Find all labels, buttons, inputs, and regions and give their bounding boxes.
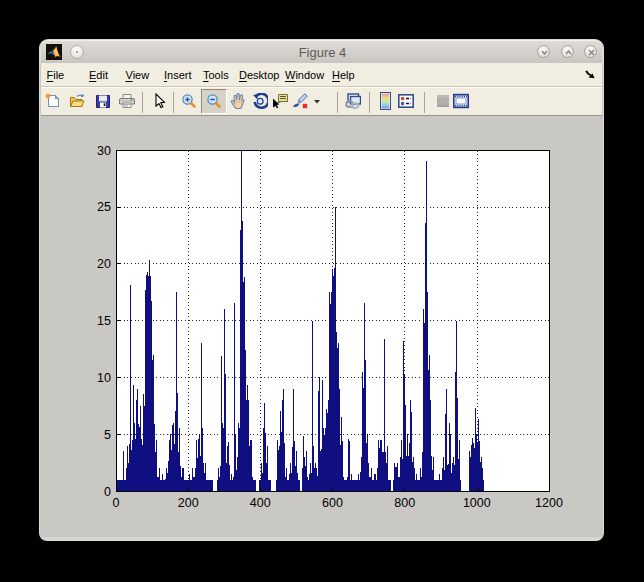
svg-text:600: 600 [322, 496, 343, 510]
svg-text:5: 5 [104, 428, 111, 442]
svg-text:1200: 1200 [535, 496, 563, 510]
svg-text:30: 30 [97, 144, 111, 158]
svg-text:15: 15 [97, 314, 111, 328]
svg-text:25: 25 [97, 200, 111, 214]
svg-text:10: 10 [97, 371, 111, 385]
svg-text:800: 800 [394, 496, 415, 510]
svg-text:400: 400 [250, 496, 271, 510]
svg-text:200: 200 [178, 496, 199, 510]
svg-text:1000: 1000 [463, 496, 491, 510]
svg-text:0: 0 [104, 485, 111, 499]
svg-text:20: 20 [97, 257, 111, 271]
svg-text:0: 0 [113, 496, 120, 510]
